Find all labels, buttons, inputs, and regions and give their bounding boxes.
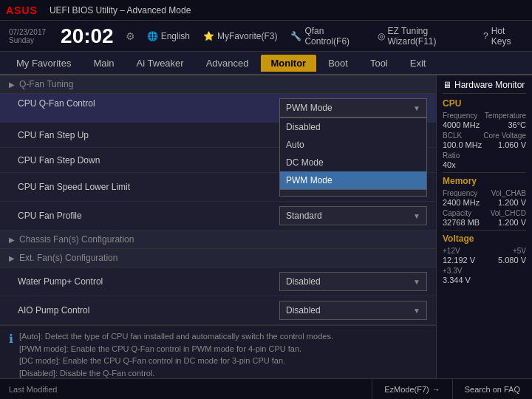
bottom-right: EzMode(F7) → Search on FAQ [372, 379, 532, 400]
p12v-value: 12.192 V [443, 256, 475, 265]
cpu-freq-label: Frequency [443, 112, 477, 120]
tab-tool[interactable]: Tool [360, 55, 398, 72]
myfavorites-btn[interactable]: ⭐ MyFavorite(F3) [203, 31, 277, 41]
mem-cap-label-row: Capacity Vol_CHCD [443, 209, 526, 217]
cpu-bclk-value-row: 100.0 MHz 1.060 V [443, 140, 526, 149]
ez-mode-btn[interactable]: EzMode(F7) → [372, 379, 452, 400]
core-voltage-label: Core Voltage [483, 132, 526, 140]
cpu-fan-speed-limit-label: CPU Fan Speed Lower Limit [18, 182, 279, 192]
top-bar: ASUS UEFI BIOS Utility – Advanced Mode [0, 0, 532, 21]
tab-ai-tweaker[interactable]: Ai Tweaker [126, 55, 194, 72]
cpu-fan-profile-value: Standard [286, 211, 322, 221]
ratio-value: 40x [443, 160, 456, 169]
cpu-fan-profile-dropdown-container: Standard ▼ [279, 206, 427, 225]
qfan-btn[interactable]: 🔧 Qfan Control(F6) [290, 26, 364, 47]
option-pwm-mode[interactable]: PWM Mode [280, 171, 426, 189]
info-line-4: [Disabled]: Disable the Q-Fan control. [19, 367, 427, 379]
language-selector[interactable]: 🌐 English [147, 31, 190, 41]
info-line-3: [DC mode]: Enable the CPU Q-Fan control … [19, 355, 427, 367]
hw-monitor-header: 🖥 Hardware Monitor [443, 80, 526, 94]
ratio-label: Ratio [443, 151, 460, 160]
mem-freq-label: Frequency [443, 189, 477, 197]
ratio-value-row: 40x [443, 160, 526, 169]
chevron-down-icon-4: ▼ [413, 278, 420, 286]
mem-freq-label-row: Frequency Vol_CHAB [443, 189, 526, 197]
datetime-bar-right: 🌐 English ⭐ MyFavorite(F3) 🔧 Qfan Contro… [147, 26, 523, 47]
tab-main[interactable]: Main [83, 55, 124, 72]
search-faq-btn[interactable]: Search on FAQ [452, 379, 532, 400]
bclk-value: 100.0 MHz [443, 140, 482, 149]
arrow-right-icon: → [432, 385, 440, 394]
hot-keys-btn[interactable]: ? Hot Keys [483, 26, 523, 47]
option-dc-mode[interactable]: DC Mode [280, 154, 426, 171]
info-icon: ℹ [9, 332, 13, 378]
time-display: 20:02 [61, 26, 114, 47]
mem-volt-divider [443, 230, 526, 231]
cpu-freq-row: Frequency Temperature [443, 112, 526, 120]
gear-icon[interactable]: ⚙ [126, 30, 135, 42]
ext-fan-section-header[interactable]: ▶ Ext. Fan(s) Configuration [0, 249, 436, 267]
cpu-qfan-dropdown[interactable]: PWM Mode ▼ [279, 98, 427, 117]
p3v3-label: +3.3V [443, 267, 462, 275]
volt-12-5-label-row: +12V +5V [443, 247, 526, 255]
expand-arrow-icon: ▶ [9, 81, 15, 89]
cpu-fan-profile-row[interactable]: CPU Fan Profile Standard ▼ [0, 202, 436, 231]
voltage-section-title: Voltage [443, 233, 526, 244]
tab-monitor[interactable]: Monitor [261, 55, 317, 72]
ratio-label-row: Ratio [443, 151, 526, 160]
aio-pump-dropdown-container: Disabled ▼ [279, 301, 427, 320]
cpu-fan-step-down-label: CPU Fan Step Down [18, 155, 279, 166]
volt-3v3-value-row: 3.344 V [443, 276, 526, 284]
bottom-settings-table: Water Pump+ Control Disabled ▼ AIO Pump … [0, 267, 436, 325]
vol-chcd-value: 1.200 V [498, 218, 526, 227]
info-line-2: [PWM mode]: Enable the CPU Q-Fan control… [19, 343, 427, 355]
cpu-frequency-value: 4000 MHz [443, 120, 480, 129]
water-pump-value: Disabled [286, 276, 321, 287]
aio-pump-row[interactable]: AIO Pump Control Disabled ▼ [0, 296, 436, 325]
p3v3-value: 3.344 V [443, 276, 471, 284]
aio-pump-label: AIO Pump Control [18, 305, 279, 316]
cpu-qfan-control-row[interactable]: CPU Q-Fan Control PWM Mode ▼ Disabled Au… [0, 94, 436, 123]
cpu-fan-step-up-label: CPU Fan Step Up [18, 130, 279, 140]
tab-boot[interactable]: Boot [318, 55, 358, 72]
memory-section-title: Memory [443, 176, 526, 186]
qfan-section-header[interactable]: ▶ Q-Fan Tuning [0, 75, 436, 94]
ez-tuning-btn[interactable]: ◎ EZ Tuning Wizard(F11) [378, 26, 471, 47]
p12v-label: +12V [443, 247, 460, 255]
p5v-label: +5V [513, 247, 526, 255]
mem-cap-label: Capacity [443, 209, 471, 217]
wizard-icon: ◎ [378, 31, 385, 41]
bottom-left: Last Modified [0, 385, 372, 394]
cpu-fan-profile-dropdown[interactable]: Standard ▼ [279, 206, 427, 225]
water-pump-dropdown[interactable]: Disabled ▼ [279, 272, 427, 291]
tab-my-favorites[interactable]: My Favorites [6, 55, 81, 72]
chevron-down-icon: ▼ [413, 104, 420, 112]
hotkeys-icon: ? [483, 31, 488, 41]
tab-advanced[interactable]: Advanced [196, 55, 259, 72]
info-text: [Auto]: Detect the type of CPU fan insta… [19, 330, 427, 378]
aio-pump-dropdown[interactable]: Disabled ▼ [279, 301, 427, 320]
info-line-1: [Auto]: Detect the type of CPU fan insta… [19, 330, 427, 343]
chassis-section-header[interactable]: ▶ Chassis Fan(s) Configuration [0, 231, 436, 249]
settings-table: CPU Q-Fan Control PWM Mode ▼ Disabled Au… [0, 94, 436, 231]
water-pump-label: Water Pump+ Control [18, 276, 279, 287]
asus-logo: ASUS [6, 4, 38, 16]
hw-monitor-panel: 🖥 Hardware Monitor CPU Frequency Tempera… [436, 75, 532, 378]
date-display: 07/23/2017 Sunday [9, 28, 46, 44]
favorites-icon: ⭐ [203, 31, 214, 41]
cpu-fan-profile-label: CPU Fan Profile [18, 211, 279, 221]
mem-cap-value-row: 32768 MB 1.200 V [443, 218, 526, 227]
main-area: ▶ Q-Fan Tuning CPU Q-Fan Control PWM Mod… [0, 75, 532, 378]
p5v-value: 5.080 V [498, 256, 526, 265]
datetime-bar: 07/23/2017 Sunday 20:02 ⚙ 🌐 English ⭐ My… [0, 21, 532, 52]
mem-freq-value-row: 2400 MHz 1.200 V [443, 198, 526, 207]
option-auto[interactable]: Auto [280, 136, 426, 154]
globe-icon: 🌐 [147, 31, 158, 41]
option-disabled[interactable]: Disabled [280, 118, 426, 136]
cpu-qfan-dropdown-container: PWM Mode ▼ Disabled Auto DC Mode PWM Mod… [279, 98, 427, 117]
tab-exit[interactable]: Exit [400, 55, 437, 72]
water-pump-dropdown-container: Disabled ▼ [279, 272, 427, 291]
water-pump-row[interactable]: Water Pump+ Control Disabled ▼ [0, 267, 436, 296]
bottom-bar: Last Modified EzMode(F7) → Search on FAQ [0, 378, 532, 399]
chevron-down-icon-3: ▼ [413, 212, 420, 220]
